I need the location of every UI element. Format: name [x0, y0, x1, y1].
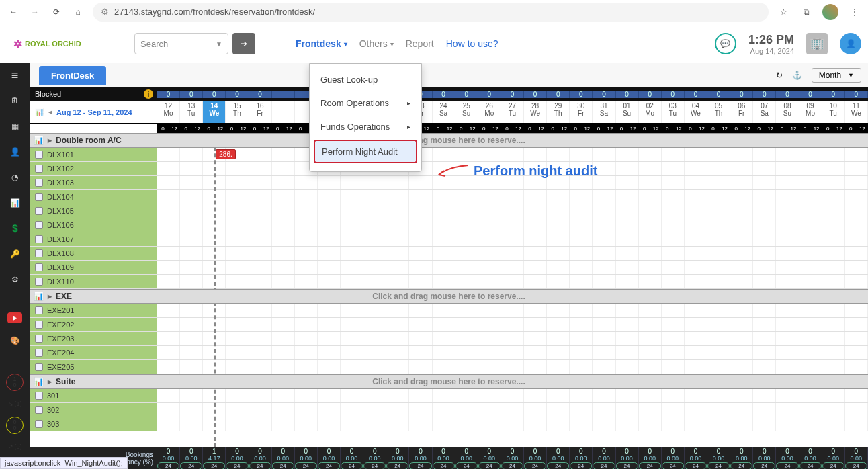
grid-cell[interactable] [822, 275, 845, 288]
grid-cell[interactable] [822, 162, 845, 175]
grid-cell[interactable] [707, 247, 730, 260]
grid-cell[interactable] [547, 360, 570, 374]
guest-icon[interactable]: 👤 [7, 144, 23, 160]
room-cells[interactable] [157, 403, 868, 417]
grid-cell[interactable] [455, 360, 478, 374]
grid-cell[interactable] [478, 190, 501, 204]
grid-cell[interactable] [616, 162, 639, 175]
grid-cell[interactable] [226, 247, 249, 260]
building-icon[interactable]: 🏢 [806, 33, 828, 54]
grid-cell[interactable] [226, 389, 249, 402]
grid-cell[interactable] [639, 162, 662, 175]
room-checkbox[interactable] [35, 321, 43, 329]
grid-cell[interactable] [295, 176, 318, 189]
grid-cell[interactable] [386, 346, 409, 359]
grid-cell[interactable] [524, 346, 547, 359]
grid-cell[interactable] [547, 232, 570, 246]
room-label[interactable]: DLX101 [30, 148, 157, 161]
grid-cell[interactable] [616, 346, 639, 359]
grid-cell[interactable] [318, 261, 341, 274]
grid-cell[interactable] [409, 304, 432, 317]
grid-cell[interactable] [822, 417, 845, 431]
date-cell[interactable]: 05Th [707, 101, 730, 123]
grid-cell[interactable] [409, 218, 432, 232]
grid-cell[interactable] [226, 218, 249, 232]
grid-cell[interactable] [639, 417, 662, 431]
grid-cell[interactable] [226, 204, 249, 218]
grid-cell[interactable] [433, 318, 455, 331]
profile-avatar[interactable] [822, 4, 838, 20]
grid-cell[interactable] [478, 261, 501, 274]
grid-cell[interactable] [295, 304, 318, 317]
key-icon[interactable]: 🔑 [7, 246, 23, 262]
grid-cell[interactable] [226, 162, 249, 175]
grid-cell[interactable] [433, 417, 455, 431]
room-label[interactable]: 302 [30, 403, 157, 417]
grid-cell[interactable] [157, 304, 180, 317]
grid-cell[interactable] [455, 148, 478, 161]
grid-cell[interactable] [433, 360, 455, 374]
grid-cell[interactable] [753, 360, 776, 374]
grid-cell[interactable] [662, 360, 685, 374]
grid-cell[interactable] [639, 261, 662, 274]
grid-cell[interactable] [180, 162, 203, 175]
grid-cell[interactable] [524, 360, 547, 374]
grid-cell[interactable] [157, 346, 180, 359]
grid-cell[interactable] [799, 304, 822, 317]
grid-cell[interactable] [776, 275, 799, 288]
grid-cell[interactable] [318, 232, 341, 246]
grid-cell[interactable] [433, 190, 455, 204]
grid-cell[interactable] [822, 190, 845, 204]
grid-cell[interactable] [272, 247, 295, 260]
grid-cell[interactable] [409, 275, 432, 288]
grid-cell[interactable] [157, 360, 180, 374]
grid-cell[interactable] [753, 204, 776, 218]
grid-cell[interactable] [409, 403, 432, 417]
anchor-icon[interactable]: ⚓ [792, 71, 802, 80]
grid-cell[interactable] [547, 332, 570, 345]
grid-cell[interactable] [776, 417, 799, 431]
grid-cell[interactable] [386, 232, 409, 246]
room-label[interactable]: DLX103 [30, 176, 157, 189]
grid-cell[interactable] [157, 190, 180, 204]
grid-cell[interactable] [272, 162, 295, 175]
grid-cell[interactable] [501, 403, 524, 417]
grid-cell[interactable] [570, 232, 593, 246]
grid-cell[interactable] [639, 304, 662, 317]
grid-cell[interactable] [685, 261, 707, 274]
grid-cell[interactable] [730, 346, 753, 359]
grid-cell[interactable] [249, 318, 272, 331]
grid-cell[interactable] [707, 232, 730, 246]
grid-cell[interactable] [226, 232, 249, 246]
arrivals-badge[interactable]: 1 0 [6, 374, 24, 391]
grid-cell[interactable] [249, 332, 272, 345]
grid-cell[interactable] [501, 176, 524, 189]
grid-cell[interactable] [295, 332, 318, 345]
grid-cell[interactable] [157, 261, 180, 274]
grid-cell[interactable] [203, 304, 226, 317]
grid-cell[interactable] [799, 417, 822, 431]
reload-icon[interactable]: ⟳ [50, 5, 63, 19]
grid-cell[interactable] [685, 247, 707, 260]
room-checkbox[interactable] [35, 363, 43, 371]
grid-cell[interactable] [455, 332, 478, 345]
search-input[interactable]: Search ▼ [134, 33, 228, 54]
date-cell[interactable]: 25Su [455, 101, 478, 123]
grid-cell[interactable] [524, 318, 547, 331]
menu-howto[interactable]: How to use? [446, 38, 498, 49]
bookmark-icon[interactable]: ☆ [777, 5, 790, 19]
date-cell[interactable]: 13Tu [180, 101, 203, 123]
grid-cell[interactable] [341, 261, 363, 274]
grid-cell[interactable] [341, 275, 363, 288]
grid-cell[interactable] [639, 403, 662, 417]
grid-cell[interactable] [730, 148, 753, 161]
search-go-button[interactable]: ➔ [232, 33, 255, 54]
grid-cell[interactable] [822, 346, 845, 359]
dashboard-icon[interactable]: ▦ [7, 118, 23, 134]
grid-cell[interactable] [455, 261, 478, 274]
date-cell[interactable]: 29Th [547, 101, 570, 123]
grid-cell[interactable] [249, 247, 272, 260]
grid-cell[interactable] [478, 360, 501, 374]
room-group-header[interactable]: 📊▸ EXEClick and drag mouse here to reser… [30, 289, 868, 304]
grid-cell[interactable] [363, 176, 386, 189]
